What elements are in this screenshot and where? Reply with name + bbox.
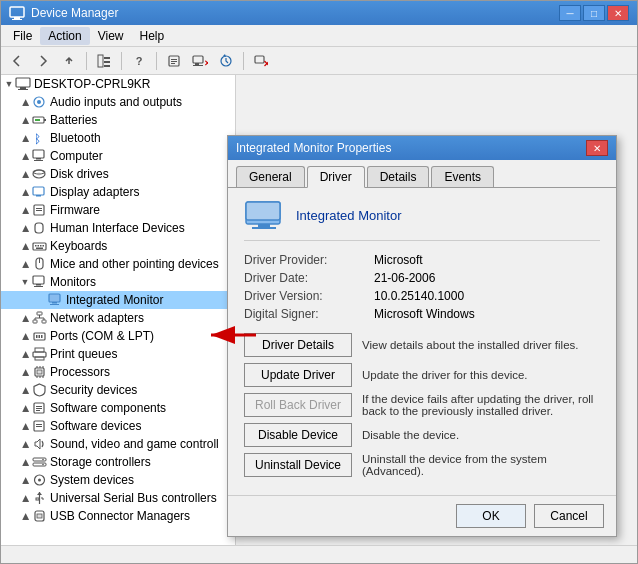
- tab-details[interactable]: Details: [367, 166, 430, 187]
- prop-row-provider: Driver Provider: Microsoft: [244, 253, 600, 267]
- toolbar: ? ✕: [1, 47, 637, 75]
- signer-value: Microsoft Windows: [374, 307, 475, 321]
- update-driver-button[interactable]: Update Driver: [244, 363, 352, 387]
- tab-events[interactable]: Events: [431, 166, 494, 187]
- svg-rect-5: [104, 61, 110, 63]
- version-label: Driver Version:: [244, 289, 374, 303]
- provider-value: Microsoft: [374, 253, 423, 267]
- svg-rect-9: [171, 61, 177, 62]
- window-controls: ─ □ ✕: [559, 5, 629, 21]
- menu-view[interactable]: View: [90, 27, 132, 45]
- menu-help[interactable]: Help: [132, 27, 173, 45]
- dialog-title: Integrated Monitor Properties: [236, 141, 586, 155]
- dialog-overlay: Integrated Monitor Properties ✕ General …: [1, 75, 637, 545]
- menu-file[interactable]: File: [5, 27, 40, 45]
- device-header-icon: [244, 200, 284, 230]
- btn-row-roll-back: Roll Back Driver If the device fails aft…: [244, 393, 600, 417]
- forward-button[interactable]: [31, 50, 55, 72]
- title-bar: Device Manager ─ □ ✕: [1, 1, 637, 25]
- update-icon-button[interactable]: [214, 50, 238, 72]
- uninstall-device-button[interactable]: Uninstall Device: [244, 453, 352, 477]
- prop-row-date: Driver Date: 21-06-2006: [244, 271, 600, 285]
- minimize-button[interactable]: ─: [559, 5, 581, 21]
- dialog-title-bar: Integrated Monitor Properties ✕: [228, 136, 616, 160]
- menu-action[interactable]: Action: [40, 27, 89, 45]
- svg-rect-0: [10, 7, 24, 17]
- maximize-button[interactable]: □: [583, 5, 605, 21]
- device-header: Integrated Monitor: [244, 200, 600, 241]
- disable-icon-button[interactable]: ✕: [249, 50, 273, 72]
- date-value: 21-06-2006: [374, 271, 435, 285]
- tab-driver[interactable]: Driver: [307, 166, 365, 188]
- svg-rect-97: [258, 224, 270, 227]
- btn-row-uninstall-device: Uninstall Device Uninstall the device fr…: [244, 453, 600, 477]
- device-name: Integrated Monitor: [296, 208, 402, 223]
- show-hide-button[interactable]: [92, 50, 116, 72]
- roll-back-desc: If the device fails after updating the d…: [362, 393, 600, 417]
- roll-back-button[interactable]: Roll Back Driver: [244, 393, 352, 417]
- btn-row-update-driver: Update Driver Update the driver for this…: [244, 363, 600, 387]
- svg-rect-1: [14, 17, 20, 19]
- toolbar-sep-1: [86, 52, 87, 70]
- provider-label: Driver Provider:: [244, 253, 374, 267]
- scan-button[interactable]: ✕: [188, 50, 212, 72]
- toolbar-sep-3: [156, 52, 157, 70]
- properties-table: Driver Provider: Microsoft Driver Date: …: [244, 253, 600, 321]
- svg-rect-8: [171, 59, 177, 60]
- menu-bar: File Action View Help: [1, 25, 637, 47]
- tab-general[interactable]: General: [236, 166, 305, 187]
- properties-button[interactable]: [162, 50, 186, 72]
- toolbar-sep-2: [121, 52, 122, 70]
- ok-button[interactable]: OK: [456, 504, 526, 528]
- uninstall-device-desc: Uninstall the device from the system (Ad…: [362, 453, 600, 477]
- cancel-button[interactable]: Cancel: [534, 504, 604, 528]
- status-bar: [1, 545, 637, 563]
- disable-device-button[interactable]: Disable Device: [244, 423, 352, 447]
- svg-text:✕: ✕: [204, 59, 208, 68]
- svg-text:✕: ✕: [263, 59, 268, 68]
- window-title: Device Manager: [31, 6, 559, 20]
- svg-rect-12: [195, 63, 199, 65]
- prop-row-signer: Digital Signer: Microsoft Windows: [244, 307, 600, 321]
- date-label: Driver Date:: [244, 271, 374, 285]
- btn-row-disable-device: Disable Device Disable the device.: [244, 423, 600, 447]
- btn-row-driver-details: Driver Details View details about the in…: [244, 333, 600, 357]
- dialog-close-button[interactable]: ✕: [586, 140, 608, 156]
- svg-rect-3: [98, 55, 103, 67]
- svg-rect-2: [12, 19, 22, 20]
- svg-rect-11: [193, 56, 203, 63]
- main-window: Device Manager ─ □ ✕ File Action View He…: [0, 0, 638, 564]
- svg-rect-4: [104, 57, 110, 59]
- dialog-content: Integrated Monitor Driver Provider: Micr…: [228, 188, 616, 495]
- prop-row-version: Driver Version: 10.0.25140.1000: [244, 289, 600, 303]
- svg-rect-6: [104, 65, 110, 67]
- back-button[interactable]: [5, 50, 29, 72]
- properties-dialog: Integrated Monitor Properties ✕ General …: [227, 135, 617, 537]
- version-value: 10.0.25140.1000: [374, 289, 464, 303]
- svg-rect-10: [171, 63, 175, 64]
- svg-rect-98: [252, 227, 276, 229]
- update-driver-desc: Update the driver for this device.: [362, 369, 600, 381]
- window-icon: [9, 5, 25, 21]
- window-close-button[interactable]: ✕: [607, 5, 629, 21]
- up-button[interactable]: [57, 50, 81, 72]
- svg-rect-96: [246, 202, 280, 220]
- driver-details-button[interactable]: Driver Details: [244, 333, 352, 357]
- svg-rect-13: [193, 65, 203, 66]
- content-area: ▼ DESKTOP-CPRL9KR ▶: [1, 75, 637, 545]
- help-button[interactable]: ?: [127, 50, 151, 72]
- driver-details-desc: View details about the installed driver …: [362, 339, 600, 351]
- signer-label: Digital Signer:: [244, 307, 374, 321]
- dialog-tabs: General Driver Details Events: [228, 160, 616, 188]
- dialog-footer: OK Cancel: [228, 495, 616, 536]
- disable-device-desc: Disable the device.: [362, 429, 600, 441]
- toolbar-sep-4: [243, 52, 244, 70]
